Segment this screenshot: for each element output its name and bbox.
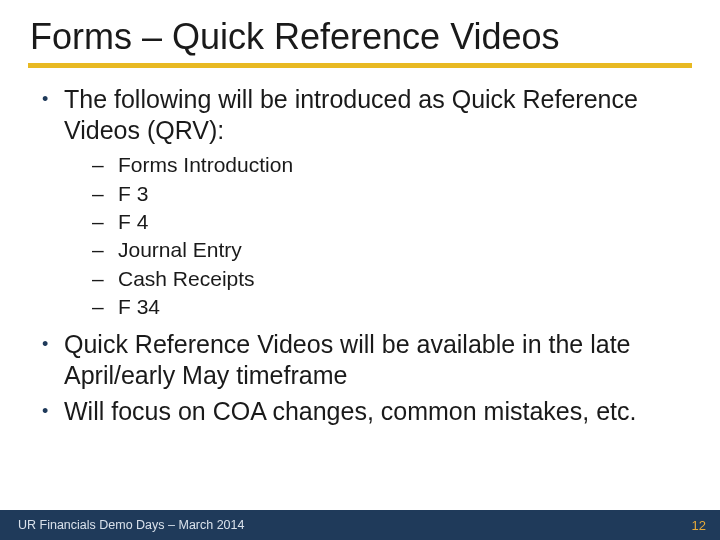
sub-item-text: F 4 [118,208,148,236]
bullet-text: The following will be introduced as Quic… [64,84,678,145]
dash-icon: – [92,208,118,236]
slide-footer: UR Financials Demo Days – March 2014 12 [0,510,720,540]
slide: Forms – Quick Reference Videos • The fol… [0,0,720,540]
bullet-item: • The following will be introduced as Qu… [42,84,678,145]
bullet-dot-icon: • [42,396,64,426]
sub-item-text: F 3 [118,180,148,208]
sub-item: – F 3 [92,180,678,208]
dash-icon: – [92,265,118,293]
sub-item: – Cash Receipts [92,265,678,293]
sub-item: – Journal Entry [92,236,678,264]
slide-content: • The following will be introduced as Qu… [0,68,720,427]
bullet-item: • Will focus on COA changes, common mist… [42,396,678,427]
footer-left-text: UR Financials Demo Days – March 2014 [18,518,244,532]
sub-item-text: Cash Receipts [118,265,255,293]
dash-icon: – [92,236,118,264]
bullet-item: • Quick Reference Videos will be availab… [42,329,678,390]
page-number: 12 [692,518,706,533]
dash-icon: – [92,151,118,179]
bullet-dot-icon: • [42,84,64,114]
sub-item-text: F 34 [118,293,160,321]
sub-list: – Forms Introduction – F 3 – F 4 – Journ… [92,151,678,321]
slide-title: Forms – Quick Reference Videos [0,0,720,61]
bullet-text: Will focus on COA changes, common mistak… [64,396,678,427]
sub-item-text: Forms Introduction [118,151,293,179]
sub-item: – F 4 [92,208,678,236]
dash-icon: – [92,180,118,208]
sub-item: – F 34 [92,293,678,321]
sub-item-text: Journal Entry [118,236,242,264]
sub-item: – Forms Introduction [92,151,678,179]
bullet-text: Quick Reference Videos will be available… [64,329,678,390]
dash-icon: – [92,293,118,321]
bullet-dot-icon: • [42,329,64,359]
